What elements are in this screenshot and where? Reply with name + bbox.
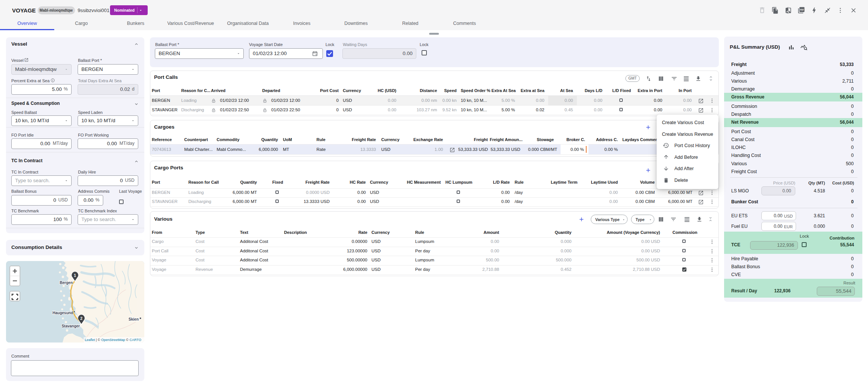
svg-text:2: 2 [80, 316, 83, 321]
svg-text:Stavanger: Stavanger [62, 324, 80, 328]
svg-text:Skien: Skien [128, 317, 139, 321]
svg-text:Leaflet | © OpenStreetMap © CA: Leaflet | © OpenStreetMap © CARTO [85, 338, 141, 342]
svg-text:Haugesund: Haugesund [53, 311, 73, 315]
svg-text:1: 1 [74, 273, 76, 278]
svg-text:Bergen: Bergen [60, 281, 73, 285]
svg-text:PDF: PDF [800, 9, 804, 11]
